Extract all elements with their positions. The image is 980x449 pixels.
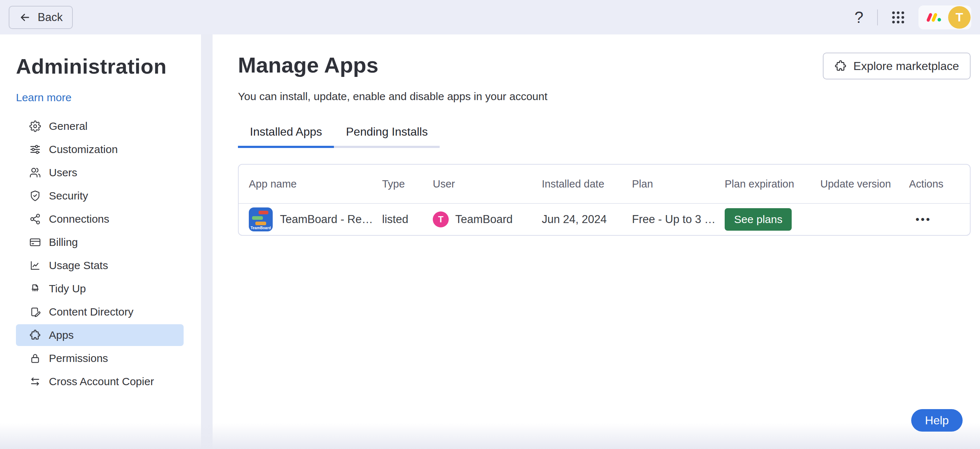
- app-name-cell: TeamBoard TeamBoard - Re…: [249, 208, 382, 232]
- sidebar-item-label: Security: [49, 190, 88, 202]
- app-icon-label: TeamBoard: [249, 226, 273, 230]
- sidebar-item-connections[interactable]: Connections: [16, 208, 184, 230]
- app-icon-bar: [255, 222, 266, 225]
- document-edit-icon: [29, 306, 41, 318]
- sidebar-item-security[interactable]: Security: [16, 185, 184, 207]
- sidebar-title: Administration: [16, 54, 184, 78]
- table-row: TeamBoard TeamBoard - Re… listed T TeamB…: [239, 204, 970, 235]
- back-label: Back: [38, 11, 63, 24]
- sidebar-nav: General Customization Users Security Con…: [16, 115, 184, 392]
- explore-marketplace-button[interactable]: Explore marketplace: [823, 53, 970, 80]
- sidebar-item-label: Content Directory: [49, 306, 133, 318]
- sidebar-item-label: Connections: [49, 213, 109, 225]
- manage-apps-panel: Manage Apps You can install, update, ena…: [213, 34, 980, 449]
- puzzle-icon: [29, 329, 41, 341]
- column-header-user: User: [433, 178, 542, 190]
- column-header-type: Type: [382, 178, 433, 190]
- sidebar-item-general[interactable]: General: [16, 115, 184, 137]
- sidebar-item-customization[interactable]: Customization: [16, 139, 184, 160]
- help-button[interactable]: Help: [911, 409, 963, 431]
- lock-icon: [29, 353, 41, 364]
- teamboard-app-icon: TeamBoard: [249, 208, 273, 232]
- tabs: Installed Apps Pending Installs: [238, 125, 970, 148]
- table-header-row: App name Type User Installed date Plan P…: [239, 165, 970, 204]
- column-header-plan-expiration: Plan expiration: [725, 178, 820, 190]
- sidebar-item-permissions[interactable]: Permissions: [16, 347, 184, 369]
- app-name: TeamBoard - Re…: [280, 213, 373, 226]
- sidebar-item-label: Tidy Up: [49, 283, 86, 295]
- column-header-plan: Plan: [632, 178, 725, 190]
- learn-more-link[interactable]: Learn more: [16, 91, 72, 104]
- credit-card-icon: [29, 236, 41, 248]
- puzzle-icon: [834, 60, 847, 72]
- sidebar-item-label: Users: [49, 166, 77, 179]
- column-header-installed-date: Installed date: [542, 178, 632, 190]
- arrow-left-icon: [19, 11, 31, 24]
- topbar: Back ? T: [0, 0, 980, 34]
- swap-arrows-icon: [29, 376, 41, 387]
- avatar[interactable]: T: [948, 6, 970, 29]
- back-button[interactable]: Back: [9, 6, 73, 29]
- sidebar-item-cross-account-copier[interactable]: Cross Account Copier: [16, 371, 184, 392]
- user-avatar: T: [433, 211, 449, 227]
- sidebar-item-apps[interactable]: Apps: [16, 324, 184, 346]
- installed-apps-table: App name Type User Installed date Plan P…: [238, 164, 970, 236]
- sidebar-item-users[interactable]: Users: [16, 162, 184, 184]
- plan-expiration-cell: See plans: [725, 208, 820, 231]
- tab-installed-apps[interactable]: Installed Apps: [238, 125, 334, 148]
- sidebar-item-label: Usage Stats: [49, 259, 108, 272]
- shield-check-icon: [29, 190, 41, 202]
- user-cell: T TeamBoard: [433, 211, 542, 227]
- installed-date: Jun 24, 2024: [542, 213, 632, 226]
- gear-icon: [29, 120, 41, 132]
- sidebar-item-label: Billing: [49, 236, 78, 248]
- sidebar-item-usage-stats[interactable]: Usage Stats: [16, 255, 184, 276]
- sidebar-item-content-directory[interactable]: Content Directory: [16, 301, 184, 323]
- sliders-icon: [29, 144, 41, 155]
- monday-logo-icon: [925, 12, 942, 23]
- network-icon: [29, 213, 41, 225]
- column-header-update-version: Update version: [820, 178, 909, 190]
- tab-pending-installs[interactable]: Pending Installs: [334, 125, 440, 148]
- see-plans-button[interactable]: See plans: [725, 208, 792, 231]
- admin-sidebar: Administration Learn more General Custom…: [0, 34, 201, 449]
- help-question-icon[interactable]: ?: [852, 8, 866, 27]
- sidebar-item-tidy-up[interactable]: Tidy Up: [16, 278, 184, 300]
- shredder-icon: [29, 283, 41, 294]
- app-icon-bar: [252, 216, 263, 220]
- sidebar-item-label: General: [49, 120, 88, 133]
- topbar-divider: [877, 10, 878, 26]
- users-icon: [29, 167, 41, 179]
- sidebar-item-label: Customization: [49, 143, 118, 156]
- sidebar-item-label: Permissions: [49, 352, 108, 364]
- column-header-actions: Actions: [909, 178, 970, 190]
- topbar-right-cluster: ? T: [852, 5, 971, 29]
- plan: Free - Up to 3 …: [632, 213, 725, 226]
- sidebar-item-billing[interactable]: Billing: [16, 232, 184, 253]
- column-header-app-name: App name: [249, 178, 382, 190]
- sidebar-item-label: Apps: [49, 329, 73, 341]
- page-subtitle: You can install, update, enable and disa…: [238, 90, 970, 103]
- apps-grid-icon[interactable]: [889, 8, 908, 27]
- sidebar-item-label: Cross Account Copier: [49, 375, 154, 388]
- app-type: listed: [382, 213, 433, 226]
- explore-marketplace-label: Explore marketplace: [853, 59, 959, 73]
- account-pill[interactable]: T: [918, 5, 971, 29]
- user-name: TeamBoard: [455, 213, 513, 226]
- app-icon-bar: [259, 211, 268, 214]
- row-actions-menu-icon[interactable]: •••: [909, 213, 970, 225]
- chart-icon: [29, 260, 41, 271]
